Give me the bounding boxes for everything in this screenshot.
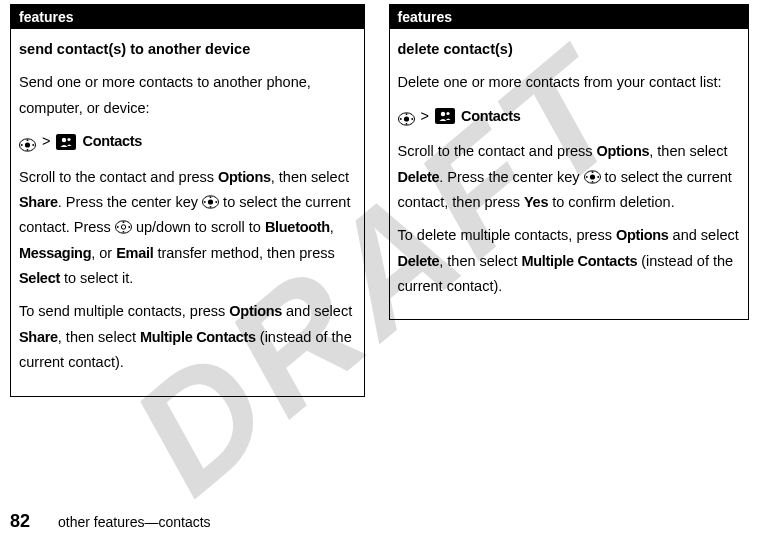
contacts-label: Contacts — [461, 104, 521, 129]
svg-point-30 — [585, 176, 587, 178]
text: To delete multiple contacts, press — [398, 227, 616, 243]
table-cell: send contact(s) to another device Send o… — [11, 29, 364, 396]
instruction-p1: Scroll to the contact and press Options,… — [19, 165, 356, 292]
text: , or — [91, 245, 116, 261]
svg-point-4 — [27, 139, 29, 141]
text: to confirm deletion. — [548, 194, 675, 210]
email-label: Email — [116, 245, 153, 261]
feature-title: send contact(s) to another device — [19, 37, 356, 62]
table-header: features — [11, 5, 364, 29]
select-label: Select — [19, 270, 60, 286]
table-header: features — [390, 5, 748, 29]
center-key-icon — [398, 109, 415, 123]
options-label: Options — [218, 169, 271, 185]
table-cell: delete contact(s) Delete one or more con… — [390, 29, 748, 319]
share-label: Share — [19, 194, 58, 210]
svg-point-10 — [204, 201, 206, 203]
svg-point-19 — [123, 231, 125, 233]
center-key-icon — [584, 167, 601, 181]
svg-point-1 — [25, 142, 30, 147]
options-label: Options — [597, 143, 650, 159]
svg-point-23 — [411, 119, 413, 121]
text: , then select — [271, 169, 349, 185]
options-label: Options — [229, 303, 282, 319]
instruction-p2: To send multiple contacts, press Options… — [19, 299, 356, 375]
svg-point-3 — [32, 144, 34, 146]
text: and select — [282, 303, 352, 319]
text: , — [330, 219, 334, 235]
gt-symbol: > — [421, 104, 429, 129]
contacts-label: Contacts — [82, 129, 142, 154]
nav-path: > Contacts — [398, 104, 740, 129]
center-key-icon — [202, 192, 219, 206]
svg-point-31 — [597, 176, 599, 178]
svg-point-27 — [446, 112, 449, 115]
feature-box-send: features send contact(s) to another devi… — [10, 4, 365, 397]
svg-point-21 — [403, 117, 408, 122]
contacts-app-icon — [56, 134, 76, 150]
multiple-contacts-label: Multiple Contacts — [140, 329, 256, 345]
text: Scroll to the contact and press — [398, 143, 597, 159]
svg-point-26 — [441, 112, 445, 116]
svg-point-33 — [591, 180, 593, 182]
text: To send multiple contacts, press — [19, 303, 229, 319]
text: transfer method, then press — [153, 245, 334, 261]
text: and select — [669, 227, 739, 243]
column-right: features delete contact(s) Delete one or… — [389, 4, 750, 397]
intro-text: Delete one or more contacts from your co… — [398, 70, 740, 95]
svg-point-29 — [589, 174, 594, 179]
svg-point-9 — [208, 199, 213, 204]
share-label: Share — [19, 329, 58, 345]
svg-point-22 — [399, 119, 401, 121]
svg-point-17 — [128, 226, 130, 228]
contacts-app-icon — [435, 108, 455, 124]
svg-point-2 — [21, 144, 23, 146]
gt-symbol: > — [42, 129, 50, 154]
nav-key-icon — [115, 217, 132, 231]
text: , then select — [58, 329, 140, 345]
feature-title: delete contact(s) — [398, 37, 740, 62]
text: . Press the center key — [58, 194, 202, 210]
svg-point-7 — [68, 138, 71, 141]
column-left: features send contact(s) to another devi… — [10, 4, 371, 397]
svg-point-12 — [210, 196, 212, 198]
instruction-p2: To delete multiple contacts, press Optio… — [398, 223, 740, 299]
center-key-icon — [19, 135, 36, 149]
messaging-label: Messaging — [19, 245, 91, 261]
text: , then select — [649, 143, 727, 159]
page-number: 82 — [10, 511, 30, 532]
footer-breadcrumb: other features—contacts — [58, 514, 211, 530]
text: up/down to scroll to — [132, 219, 265, 235]
nav-path: > Contacts — [19, 129, 356, 154]
instruction-p1: Scroll to the contact and press Options,… — [398, 139, 740, 215]
text: , then select — [439, 253, 521, 269]
text: to select it. — [60, 270, 133, 286]
delete-label: Delete — [398, 253, 440, 269]
bluetooth-label: Bluetooth — [265, 219, 330, 235]
delete-label: Delete — [398, 169, 440, 185]
svg-point-15 — [121, 225, 125, 229]
text: Scroll to the contact and press — [19, 169, 218, 185]
intro-text: Send one or more contacts to another pho… — [19, 70, 356, 121]
svg-point-6 — [62, 138, 66, 142]
svg-point-11 — [215, 201, 217, 203]
text: . Press the center key — [439, 169, 583, 185]
svg-point-18 — [123, 222, 125, 224]
yes-label: Yes — [524, 194, 548, 210]
svg-point-13 — [210, 206, 212, 208]
options-label: Options — [616, 227, 669, 243]
svg-point-24 — [405, 114, 407, 116]
feature-box-delete: features delete contact(s) Delete one or… — [389, 4, 749, 320]
svg-point-25 — [405, 123, 407, 125]
svg-point-5 — [27, 149, 29, 151]
svg-point-16 — [117, 226, 119, 228]
page-footer: 82 other features—contacts — [10, 511, 211, 532]
multiple-contacts-label: Multiple Contacts — [521, 253, 637, 269]
svg-point-32 — [591, 171, 593, 173]
content-columns: features send contact(s) to another devi… — [0, 0, 759, 397]
